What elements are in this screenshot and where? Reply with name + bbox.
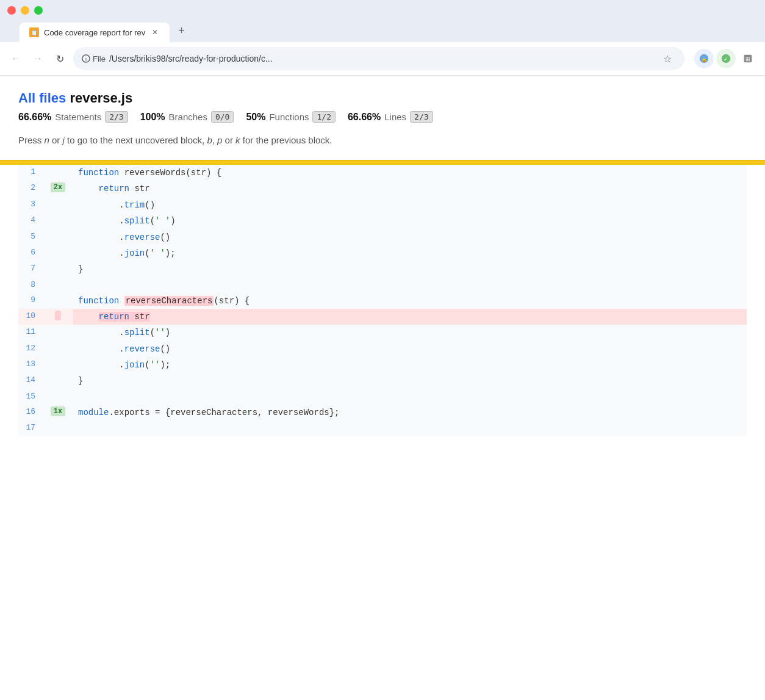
line-number: 10 — [18, 309, 43, 325]
coverage-badge: 1x — [51, 406, 65, 416]
line-code: .trim() — [73, 197, 747, 213]
table-row: 3 .trim() — [18, 197, 747, 213]
line-number: 1 — [18, 165, 43, 181]
line-count — [43, 357, 73, 373]
table-row: 8 — [18, 278, 747, 293]
line-count — [43, 389, 73, 405]
line-count — [43, 261, 73, 277]
maximize-button[interactable] — [34, 6, 43, 15]
line-code: function reverseWords(str) { — [73, 165, 747, 181]
yellow-divider — [0, 160, 765, 165]
branches-label: Branches — [169, 112, 207, 122]
functions-pct: 50% — [246, 112, 265, 123]
line-code: return str — [73, 181, 747, 197]
branches-pct: 100% — [140, 112, 165, 123]
functions-stat: 50% Functions 1/2 — [246, 111, 336, 123]
table-row: 7 } — [18, 261, 747, 277]
checkmark-icon: ✓ — [720, 53, 731, 64]
url-bar[interactable]: i File /Users/brikis98/src/ready-for-pro… — [73, 47, 684, 70]
line-count — [43, 341, 73, 357]
table-row: 15 — [18, 389, 747, 405]
line-number: 15 — [18, 389, 43, 405]
table-row: 4 .split(' ') — [18, 213, 747, 229]
svg-text:i: i — [85, 56, 87, 62]
table-row: 2 2x return str — [18, 181, 747, 197]
line-code — [73, 278, 747, 293]
line-code — [73, 420, 747, 436]
line-code: return str — [73, 309, 747, 325]
minimize-button[interactable] — [21, 6, 29, 15]
url-path: /Users/brikis98/src/ready-for-production… — [109, 54, 273, 63]
extension-button-3[interactable]: ⊞ — [738, 49, 758, 68]
table-row: 6 .join(' '); — [18, 245, 747, 261]
branches-stat: 100% Branches 0/0 — [140, 111, 234, 123]
coverage-badge: 2x — [51, 182, 65, 192]
lines-badge: 2/3 — [410, 111, 433, 123]
stats-row: 66.66% Statements 2/3 100% Branches 0/0 … — [18, 111, 747, 123]
line-number: 11 — [18, 325, 43, 341]
line-number: 12 — [18, 341, 43, 357]
line-number: 9 — [18, 293, 43, 309]
close-button[interactable] — [7, 6, 16, 15]
browser-actions: 🔒 ✓ ⊞ — [694, 49, 758, 68]
line-number: 5 — [18, 229, 43, 245]
line-number: 16 — [18, 405, 43, 420]
table-row: 11 .split('') — [18, 325, 747, 341]
line-number: 7 — [18, 261, 43, 277]
functions-label: Functions — [269, 112, 309, 122]
line-number: 3 — [18, 197, 43, 213]
statements-label: Statements — [55, 112, 101, 122]
line-count — [43, 197, 73, 213]
line-code — [73, 389, 747, 405]
svg-text:🔒: 🔒 — [701, 56, 708, 63]
new-tab-button[interactable]: + — [171, 20, 192, 42]
line-count — [43, 293, 73, 309]
table-row: 1 function reverseWords(str) { — [18, 165, 747, 181]
all-files-link[interactable]: All files — [18, 90, 66, 106]
tab-title: Code coverage report for rev — [44, 28, 145, 37]
table-row: 17 — [18, 420, 747, 436]
url-actions: ☆ — [659, 50, 676, 67]
address-bar: ← → ↻ i File /Users/brikis98/src/ready-f… — [0, 42, 765, 76]
statements-stat: 66.66% Statements 2/3 — [18, 111, 128, 123]
line-count — [43, 165, 73, 181]
tab-bar: 📋 Code coverage report for rev ✕ + — [20, 20, 758, 42]
table-row: 5 .reverse() — [18, 229, 747, 245]
line-number: 13 — [18, 357, 43, 373]
line-code: function reverseCharacters(str) { — [73, 293, 747, 309]
code-table: 1 function reverseWords(str) { 2 2x retu… — [18, 165, 747, 436]
table-row: 13 .join(''); — [18, 357, 747, 373]
line-count: 2x — [43, 181, 73, 197]
reload-button[interactable]: ↻ — [51, 50, 68, 67]
line-count — [43, 229, 73, 245]
line-count: 1x — [43, 405, 73, 420]
line-code: .join(''); — [73, 357, 747, 373]
line-code: module.exports = {reverseCharacters, rev… — [73, 405, 747, 420]
line-number: 17 — [18, 420, 43, 436]
line-code: .reverse() — [73, 341, 747, 357]
extension-button-1[interactable]: 🔒 — [694, 49, 714, 68]
info-icon: i — [82, 54, 90, 63]
lines-stat: 66.66% Lines 2/3 — [348, 111, 433, 123]
bookmark-button[interactable]: ☆ — [659, 50, 676, 67]
svg-text:⊞: ⊞ — [745, 56, 750, 62]
shield-clock-icon: 🔒 — [699, 53, 709, 64]
line-count — [43, 325, 73, 341]
branches-badge: 0/0 — [211, 111, 234, 123]
statements-pct: 66.66% — [18, 112, 51, 123]
line-code: .reverse() — [73, 229, 747, 245]
tab-close-button[interactable]: ✕ — [150, 27, 160, 37]
puzzle-icon: ⊞ — [742, 53, 753, 64]
extension-button-2[interactable]: ✓ — [716, 49, 736, 68]
statements-badge: 2/3 — [105, 111, 128, 123]
table-row: 12 .reverse() — [18, 341, 747, 357]
keyboard-hint: Press n or j to go to the next uncovered… — [18, 135, 747, 145]
line-number: 8 — [18, 278, 43, 293]
page-content: All files reverse.js 66.66% Statements 2… — [0, 76, 765, 700]
back-button[interactable]: ← — [7, 50, 24, 67]
active-tab[interactable]: 📋 Code coverage report for rev ✕ — [20, 23, 170, 42]
forward-button[interactable]: → — [29, 50, 46, 67]
filename-label: reverse.js — [70, 90, 132, 106]
line-number: 2 — [18, 181, 43, 197]
line-code: .join(' '); — [73, 245, 747, 261]
